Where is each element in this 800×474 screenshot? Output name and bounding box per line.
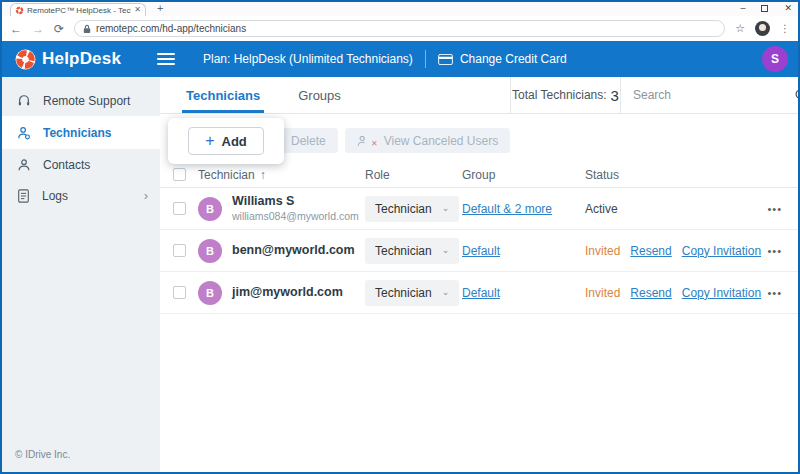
reload-icon[interactable]: ⟳ [54, 23, 64, 35]
browser-menu-icon[interactable]: ⋮ [780, 23, 790, 34]
sidebar-item-label: Contacts [43, 158, 90, 172]
total-technicians-count: 3 [611, 87, 619, 104]
add-button[interactable]: + Add [188, 127, 264, 155]
technician-name: jim@myworld.com [232, 285, 343, 301]
sidebar: Remote Support Technicians Contacts Logs [2, 77, 160, 472]
window-close-button[interactable]: ✕ [784, 4, 792, 13]
avatar: B [198, 239, 222, 263]
view-canceled-users-button[interactable]: ✕ View Canceled Users [345, 128, 510, 153]
plan-label: Plan: HelpDesk (Unlimited Technicians) [203, 52, 413, 66]
column-status: Status [585, 168, 767, 182]
avatar: B [198, 197, 222, 221]
toolbar: + Add Delete ✕ View Canceled Users [160, 114, 798, 162]
column-technician[interactable]: Technician ↑ [198, 168, 365, 182]
brand: HelpDesk [2, 49, 147, 70]
more-options-icon[interactable]: ••• [767, 287, 782, 299]
row-checkbox[interactable] [173, 286, 186, 299]
add-highlight-card: + Add [168, 118, 284, 164]
browser-tab[interactable]: RemotePC™ HelpDesk - Technicians ✕ [10, 3, 146, 16]
tab-groups[interactable]: Groups [298, 77, 341, 113]
sort-ascending-icon[interactable]: ↑ [260, 168, 266, 182]
chevron-right-icon: › [144, 188, 148, 203]
back-icon[interactable]: ← [10, 23, 22, 35]
tab-title: RemotePC™ HelpDesk - Technicians [27, 6, 131, 15]
credit-card-icon [438, 54, 453, 65]
change-credit-card-label: Change Credit Card [460, 52, 567, 66]
search-icon[interactable] [794, 88, 800, 102]
resend-link[interactable]: Resend [630, 286, 671, 300]
chevron-down-icon: ⌄ [442, 248, 450, 253]
sidebar-item-label: Technicians [43, 126, 111, 140]
technicians-icon [17, 126, 31, 140]
total-technicians: Total Technicians: 3 [510, 77, 620, 113]
sidebar-item-remote-support[interactable]: Remote Support [2, 85, 160, 116]
group-link[interactable]: Default [462, 244, 500, 258]
technician-name: Williams S [232, 194, 359, 210]
table-header-row: Technician ↑ Role Group Status [160, 162, 798, 188]
user-avatar[interactable]: S [762, 46, 788, 72]
group-link[interactable]: Default & 2 more [462, 202, 552, 216]
status-text: Active [585, 202, 618, 216]
browser-tab-strip: RemotePC™ HelpDesk - Technicians ✕ + – ✕ [2, 2, 798, 16]
group-link[interactable]: Default [462, 286, 500, 300]
total-technicians-label: Total Technicians: [512, 88, 607, 102]
sidebar-item-contacts[interactable]: Contacts [2, 149, 160, 180]
row-checkbox[interactable] [173, 202, 186, 215]
forward-icon[interactable]: → [32, 23, 44, 35]
chevron-down-icon: ⌄ [442, 290, 450, 295]
contact-icon [17, 158, 31, 172]
view-canceled-users-label: View Canceled Users [384, 134, 499, 148]
cancel-x-icon: ✕ [371, 139, 378, 148]
sidebar-item-logs[interactable]: Logs › [2, 180, 160, 211]
plus-icon: + [205, 133, 214, 149]
table-row: B jim@myworld.com Technician⌄ Default In… [160, 272, 798, 314]
select-all-checkbox[interactable] [173, 168, 186, 181]
more-options-icon[interactable]: ••• [767, 245, 782, 257]
browser-profile-avatar[interactable] [755, 21, 770, 36]
browser-window: RemotePC™ HelpDesk - Technicians ✕ + – ✕… [0, 0, 800, 474]
delete-button-label: Delete [291, 134, 326, 148]
more-options-icon[interactable]: ••• [767, 203, 782, 215]
window-minimize-button[interactable]: – [740, 4, 745, 13]
add-button-label: Add [222, 134, 247, 149]
copy-invitation-link[interactable]: Copy Invitation [682, 286, 761, 300]
helpdesk-logo-icon [15, 49, 36, 70]
role-dropdown[interactable]: Technician⌄ [365, 238, 459, 264]
table-row: B Williams S williams084@myworld.com Tec… [160, 188, 798, 230]
tab-close-icon[interactable]: ✕ [134, 6, 141, 14]
copy-invitation-link[interactable]: Copy Invitation [682, 244, 761, 258]
search-box [620, 77, 798, 113]
url-text: remotepc.com/hd-app/technicians [96, 23, 246, 34]
status-text: Invited [585, 244, 620, 258]
change-credit-card-button[interactable]: Change Credit Card [438, 52, 567, 66]
headset-icon [17, 94, 31, 108]
bookmark-star-icon[interactable]: ☆ [735, 22, 745, 35]
sidebar-item-label: Remote Support [43, 94, 130, 108]
row-checkbox[interactable] [173, 244, 186, 257]
tab-technicians[interactable]: Technicians [186, 77, 260, 113]
sidebar-item-technicians[interactable]: Technicians [2, 116, 160, 149]
technician-name: benn@myworld.com [232, 243, 355, 259]
role-dropdown[interactable]: Technician⌄ [365, 280, 459, 306]
column-group: Group [462, 168, 585, 182]
brand-name: HelpDesk [42, 49, 121, 69]
status-text: Invited [585, 286, 620, 300]
header-divider [425, 50, 426, 68]
search-input[interactable] [633, 88, 788, 102]
role-dropdown[interactable]: Technician⌄ [365, 196, 459, 222]
hamburger-menu-icon[interactable] [157, 50, 175, 68]
resend-link[interactable]: Resend [630, 244, 671, 258]
window-restore-button[interactable] [761, 5, 768, 12]
new-tab-button[interactable]: + [157, 2, 163, 14]
technicians-table: Technician ↑ Role Group Status B William… [160, 162, 798, 314]
site-favicon-icon [15, 6, 24, 15]
copyright-footer: © IDrive Inc. [15, 449, 70, 460]
avatar: B [198, 281, 222, 305]
canceled-user-icon [357, 135, 369, 147]
technician-email: williams084@myworld.com [232, 210, 359, 223]
sidebar-item-label: Logs [42, 189, 68, 203]
chevron-down-icon: ⌄ [442, 206, 450, 211]
url-field[interactable]: remotepc.com/hd-app/technicians [74, 20, 725, 37]
main-content: Technicians Groups Total Technicians: 3 [160, 77, 798, 472]
app-header: HelpDesk Plan: HelpDesk (Unlimited Techn… [2, 41, 798, 77]
